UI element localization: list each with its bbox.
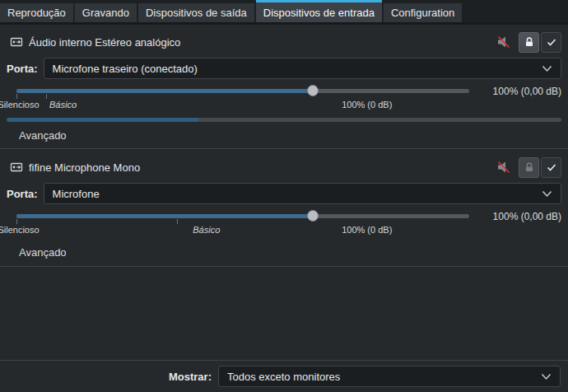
lock-channels-button [519, 157, 539, 178]
muted-speaker-icon[interactable] [496, 35, 511, 49]
checkmark-icon [546, 161, 557, 173]
slider-handle[interactable] [307, 85, 319, 96]
device-section-fifine: fifine Microphone Mono [0, 149, 568, 266]
show-combobox-value: Todos exceto monitores [227, 371, 541, 383]
device-header: Áudio interno Estéreo analógico [7, 30, 561, 54]
footer-bar: Mostrar: Todos exceto monitores [0, 361, 568, 392]
volume-slider[interactable] [16, 210, 469, 223]
show-label: Mostrar: [169, 371, 212, 383]
slider-fill [16, 89, 313, 93]
show-combobox[interactable]: Todos exceto monitores [218, 366, 561, 387]
default-device-button[interactable] [541, 32, 561, 53]
device-header: fifine Microphone Mono [7, 156, 561, 179]
slider-labels: Silencioso Básico 100% (0 dB) [16, 98, 552, 111]
device-section-audio-interno: Áudio interno Estéreo analógico [0, 25, 568, 148]
peak-meter-fill [7, 118, 198, 122]
audio-card-icon [10, 161, 23, 174]
port-combobox-value: Microfone [53, 188, 542, 200]
label-basico: Básico [49, 100, 77, 110]
port-combobox[interactable]: Microfone [44, 183, 561, 204]
tab-configuration[interactable]: Configuration [384, 3, 462, 22]
label-silencioso: Silencioso [0, 225, 40, 235]
slider-labels: Silencioso Básico 100% (0 dB) [16, 223, 552, 236]
volume-control-window: Reprodução Gravando Dispositivos de saíd… [0, 0, 568, 392]
volume-slider-block: 100% (0,00 dB) Silencioso Básico 100% (0… [7, 85, 561, 111]
volume-value-label: 100% (0,00 dB) [479, 211, 561, 222]
default-device-button[interactable] [541, 157, 561, 178]
peak-meter [7, 118, 561, 122]
tab-reproducao[interactable]: Reprodução [0, 3, 73, 22]
empty-area [0, 267, 568, 360]
port-label: Porta: [7, 63, 38, 75]
device-name: Áudio interno Estéreo analógico [29, 36, 180, 49]
audio-card-icon [10, 35, 23, 49]
label-silencioso: Silencioso [0, 100, 40, 110]
tab-dispositivos-de-entrada[interactable]: Dispositivos de entrada [256, 0, 382, 22]
volume-slider-block: 100% (0,00 dB) Silencioso Básico 100% (0… [7, 210, 561, 236]
chevron-down-icon [541, 373, 552, 380]
volume-value-label: 100% (0,00 dB) [479, 86, 561, 97]
advanced-expander[interactable]: Avançado [19, 129, 561, 142]
label-current-volume: 100% (0 dB) [342, 100, 392, 110]
port-combobox[interactable]: Microfone traseiro (conectado) [44, 58, 561, 79]
chevron-down-icon [542, 190, 552, 198]
slider-handle[interactable] [307, 210, 319, 222]
input-devices-panel: Áudio interno Estéreo analógico [0, 25, 568, 360]
checkmark-icon [546, 36, 557, 48]
tab-dispositivos-de-saida[interactable]: Dispositivos de saída [138, 3, 254, 22]
port-row: Porta: Microfone [7, 183, 561, 204]
device-name: fifine Microphone Mono [29, 161, 140, 174]
port-label: Porta: [7, 188, 38, 200]
muted-speaker-icon[interactable] [496, 160, 511, 175]
lock-icon [524, 161, 535, 173]
port-row: Porta: Microfone traseiro (conectado) [7, 58, 561, 79]
label-basico: Básico [193, 225, 220, 235]
chevron-down-icon [542, 65, 552, 72]
volume-slider[interactable] [16, 85, 469, 98]
advanced-expander[interactable]: Avançado [19, 246, 561, 259]
tab-bar: Reprodução Gravando Dispositivos de saíd… [0, 0, 568, 22]
lock-icon [524, 36, 535, 48]
slider-fill [16, 214, 313, 218]
label-current-volume: 100% (0 dB) [342, 225, 392, 235]
slider-track[interactable] [16, 89, 469, 93]
tab-gravando[interactable]: Gravando [75, 3, 137, 22]
lock-channels-button[interactable] [519, 32, 539, 53]
slider-track[interactable] [16, 214, 469, 218]
port-combobox-value: Microfone traseiro (conectado) [53, 63, 542, 75]
